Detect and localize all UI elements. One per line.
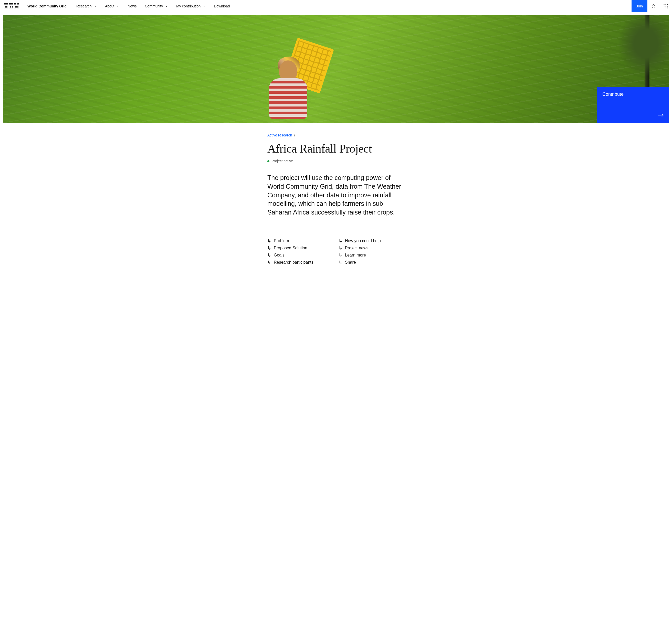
svg-rect-34 [14,9,16,9]
svg-point-36 [653,4,654,6]
account-button[interactable] [647,0,660,12]
svg-rect-28 [17,6,18,7]
project-status: Project active [268,159,404,163]
svg-rect-25 [15,6,18,6]
anchor-col-1: ↳ Problem ↳ Proposed Solution ↳ Goals ↳ … [268,237,333,266]
main-content: Active research / Africa Rainfall Projec… [264,133,408,287]
svg-point-41 [666,6,666,6]
svg-rect-17 [9,8,13,8]
primary-nav: Research About News Community My contrib… [73,0,631,12]
anchor-problem[interactable]: ↳ Problem [268,237,333,245]
hero-farmer-decoration [256,35,328,123]
page-title: Africa Rainfall Project [268,142,404,155]
nav-research[interactable]: Research [73,0,100,12]
nav-label: About [105,4,114,8]
svg-rect-15 [10,7,11,8]
status-text[interactable]: Project active [272,159,293,163]
logo-section: World Community Grid [4,0,73,12]
anchor-label: Learn more [345,253,366,258]
chevron-down-icon [116,5,119,8]
nav-label: Download [214,4,230,8]
svg-rect-14 [12,6,13,7]
svg-rect-21 [14,4,16,5]
anchor-label: Share [345,260,356,265]
subdirectory-arrow-icon: ↳ [268,260,271,265]
grid-icon [664,4,668,8]
anchor-help[interactable]: ↳ How you could help [339,237,404,245]
anchor-label: Research participants [274,260,314,265]
apps-grid-button[interactable] [660,0,672,12]
anchor-links: ↳ Problem ↳ Proposed Solution ↳ Goals ↳ … [268,237,404,266]
svg-rect-26 [15,6,16,7]
svg-rect-12 [10,6,13,6]
subdirectory-arrow-icon: ↳ [268,245,271,251]
svg-rect-18 [9,9,13,9]
nav-about[interactable]: About [101,0,123,12]
svg-point-39 [667,4,668,5]
nav-label: My contribution [176,4,200,8]
svg-rect-23 [15,5,16,5]
svg-point-42 [667,6,668,6]
breadcrumb-parent[interactable]: Active research [268,133,292,137]
svg-rect-5 [5,7,7,8]
user-icon [651,4,656,9]
nav-community[interactable]: Community [141,0,172,12]
svg-rect-19 [14,3,16,4]
svg-rect-11 [12,5,13,5]
svg-rect-2 [5,5,7,5]
hero-image [3,15,669,123]
svg-point-38 [666,4,666,5]
svg-point-45 [667,7,668,8]
breadcrumb-separator: / [294,133,295,137]
svg-rect-1 [4,4,8,5]
svg-rect-8 [9,3,13,4]
anchor-learn[interactable]: ↳ Learn more [339,252,404,259]
site-name[interactable]: World Community Grid [28,4,66,8]
svg-rect-32 [14,8,16,8]
project-lead: The project will use the computing power… [268,173,404,217]
svg-rect-24 [17,5,18,5]
contribute-card[interactable]: Contribute [597,87,669,123]
svg-rect-27 [16,6,17,7]
svg-point-37 [664,4,665,5]
svg-point-44 [666,7,666,8]
svg-rect-4 [5,6,7,7]
svg-rect-0 [4,3,8,4]
svg-rect-6 [4,8,8,8]
nav-label: Research [76,4,92,8]
svg-rect-20 [17,3,19,4]
header-tools: Join [631,0,672,12]
status-active-icon [268,160,270,162]
anchor-goals[interactable]: ↳ Goals [268,252,333,259]
nav-download[interactable]: Download [210,0,233,12]
anchor-participants[interactable]: ↳ Research participants [268,259,333,266]
global-header: World Community Grid Research About News… [0,0,672,12]
nav-my-contribution[interactable]: My contribution [173,0,209,12]
arrow-right-icon [658,113,664,118]
anchor-news[interactable]: ↳ Project news [339,245,404,252]
svg-rect-3 [5,6,7,6]
anchor-solution[interactable]: ↳ Proposed Solution [268,245,333,252]
join-button[interactable]: Join [631,0,647,12]
svg-rect-10 [10,5,11,5]
ibm-logo[interactable] [4,0,23,12]
subdirectory-arrow-icon: ↳ [339,260,342,265]
svg-rect-7 [4,9,8,9]
nav-news[interactable]: News [124,0,140,12]
anchor-share[interactable]: ↳ Share [339,259,404,266]
subdirectory-arrow-icon: ↳ [268,238,271,244]
svg-rect-16 [12,7,13,8]
anchor-label: Goals [274,253,285,258]
svg-rect-22 [17,4,19,5]
anchor-label: Problem [274,239,289,243]
svg-rect-13 [10,6,11,7]
nav-label: Community [145,4,163,8]
chevron-down-icon [165,5,168,8]
hero-banner: Contribute [3,15,669,123]
svg-rect-29 [15,7,16,8]
svg-rect-30 [16,7,17,8]
subdirectory-arrow-icon: ↳ [268,252,271,258]
svg-rect-9 [9,4,13,5]
anchor-col-2: ↳ How you could help ↳ Project news ↳ Le… [339,237,404,266]
nav-label: News [128,4,137,8]
